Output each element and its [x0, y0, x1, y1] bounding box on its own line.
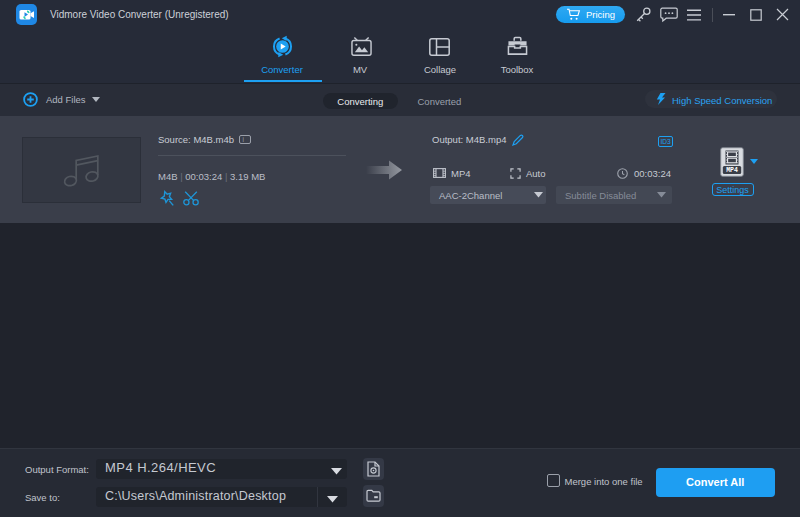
svg-text:MP4: MP4 [726, 167, 738, 174]
